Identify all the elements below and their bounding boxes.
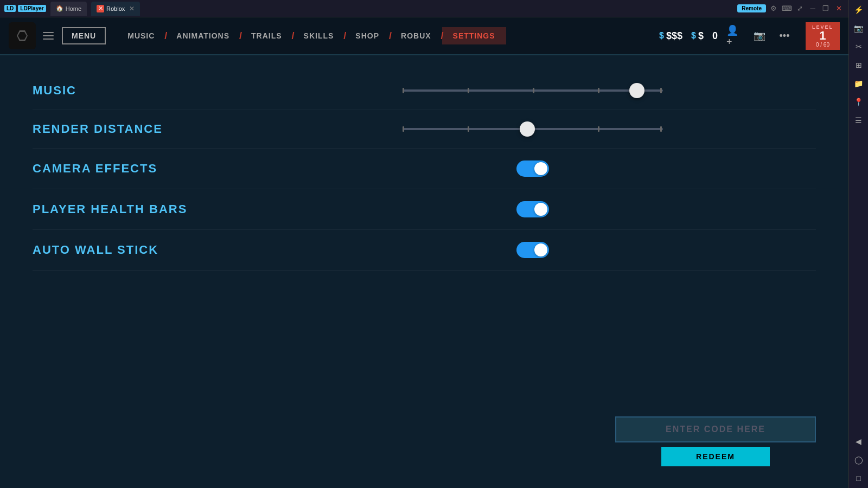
tab-robux[interactable]: ROBUX [390,27,442,44]
more-options-icon[interactable]: ••• [776,28,793,44]
setting-render-distance: RENDER DISTANCE [33,110,816,149]
music-slider-container [403,89,663,92]
redeem-area: REDEEM [615,416,816,466]
sidebar-location-icon[interactable]: 📍 [851,94,866,110]
level-xp: 0 / 60 [816,42,829,48]
sidebar-square-icon[interactable]: □ [851,471,866,486]
render-distance-control [250,128,816,130]
music-control [250,89,816,92]
camera-effects-label: CAMERA EFFECTS [33,162,250,176]
slider-tick-100 [660,88,662,93]
level-number: 1 [819,30,826,42]
ldplayer-sidebar: ⚡ 📷 ✂ ⊞ 📁 📍 ☰ ◀ ◯ □ [848,0,868,488]
setting-auto-wall-stick: AUTO WALL STICK [33,230,816,271]
music-slider-track [403,89,663,92]
hamburger-menu-icon[interactable] [40,28,56,44]
setting-player-health-bars: PLAYER HEALTH BARS [33,189,816,230]
sidebar-apps-icon[interactable]: ⊞ [851,57,866,73]
tab-settings[interactable]: SETTINGS [442,27,506,44]
tab-home-label: Home [66,5,81,12]
home-icon: 🏠 [56,5,63,12]
currency-area: $ $$$ $ $ 0 👤+ 📷 ••• LEVEL 1 0 / 60 [659,22,840,50]
slider-tick-100 [660,126,662,132]
game-area: MENU MUSIC ANIMATIONS TRAILS SKILLS SHOP… [0,17,848,488]
redeem-button[interactable]: REDEEM [661,447,770,466]
slider-tick-25 [468,126,469,132]
render-distance-slider-container [403,128,663,130]
player-health-bars-toggle[interactable] [516,201,549,217]
add-friend-icon[interactable]: 👤+ [726,28,743,44]
tab-home[interactable]: 🏠 Home [50,2,87,16]
sidebar-power-icon[interactable]: ⚡ [851,2,866,17]
expand-icon[interactable]: ⤢ [794,3,805,14]
tab-roblox-label: Roblox [106,5,125,12]
menu-line-3 [43,38,54,40]
currency-premium: $ $$$ [659,30,682,42]
ldplayer-icon: LD [4,5,16,12]
roblox-favicon: ✕ [97,5,104,12]
level-box: LEVEL 1 0 / 60 [806,22,840,50]
window-controls: Remote ⚙ ⌨ ⤢ ─ ❐ ✕ [737,3,844,14]
settings-content: MUSIC [0,55,848,287]
render-distance-label: RENDER DISTANCE [33,122,250,136]
sidebar-files-icon[interactable]: 📁 [851,76,866,91]
settings-icon[interactable]: ⚙ [768,3,779,14]
menu-line-2 [43,35,54,36]
tab-skills[interactable]: SKILLS [293,27,345,44]
player-health-bars-toggle-thumb [534,203,547,216]
camera-icon[interactable]: 📷 [751,28,768,44]
tab-close-button[interactable]: ✕ [129,5,135,12]
auto-wall-stick-toggle[interactable] [516,242,549,258]
sidebar-cut-icon[interactable]: ✂ [851,39,866,54]
render-distance-slider-track [403,128,663,130]
auto-wall-stick-label: AUTO WALL STICK [33,243,250,257]
setting-camera-effects: CAMERA EFFECTS [33,149,816,189]
player-health-bars-control [250,201,816,217]
premium-icon: $ [659,31,664,41]
sidebar-arrow-left-icon[interactable]: ◀ [851,434,866,449]
sidebar-circle-icon[interactable]: ◯ [851,452,866,467]
close-button[interactable]: ✕ [833,3,844,14]
slider-tick-0 [403,126,404,132]
camera-effects-toggle-thumb [534,162,547,175]
auto-wall-stick-control [250,242,816,258]
minimize-button[interactable]: ─ [807,3,818,14]
tab-suits[interactable]: MUSIC [117,27,165,44]
tab-shop[interactable]: SHOP [344,27,390,44]
coins-icon: $ [691,31,696,41]
currency-coins-value: $ [698,30,704,42]
slider-tick-25 [468,88,469,93]
restore-button[interactable]: ❐ [820,3,831,14]
code-input[interactable] [615,416,816,442]
slider-tick-50 [533,88,534,93]
tab-roblox[interactable]: ✕ Roblox ✕ [91,2,140,16]
remote-button[interactable]: Remote [737,4,766,12]
menu-line-1 [43,32,54,33]
tab-trails[interactable]: TRAILS [240,27,293,44]
ldplayer-logo: LD LDPlayer [4,5,46,12]
content-wrapper: MUSIC [0,55,848,488]
currency-premium-value: $$$ [666,30,682,42]
navigation-tabs: MUSIC ANIMATIONS TRAILS SKILLS SHOP ROBU… [117,27,506,44]
menu-button[interactable]: MENU [62,27,106,44]
title-bar: LD LDPlayer 🏠 Home ✕ Roblox ✕ Remote ⚙ ⌨… [0,0,848,17]
camera-effects-toggle[interactable] [516,160,549,177]
music-label: MUSIC [33,84,250,98]
sidebar-screenshot-icon[interactable]: 📷 [851,21,866,36]
music-slider-thumb[interactable] [629,83,644,98]
currency-extra: 0 [712,30,718,42]
currency-coins: $ $ [691,30,704,42]
player-health-bars-label: PLAYER HEALTH BARS [33,202,250,216]
slider-tick-75 [598,88,599,93]
ldplayer-label: LDPlayer [18,5,46,12]
game-logo [9,22,36,49]
setting-music: MUSIC [33,72,816,110]
camera-effects-control [250,160,816,177]
currency-extra-value: 0 [712,30,718,42]
auto-wall-stick-toggle-thumb [534,243,547,256]
keyboard-icon[interactable]: ⌨ [781,3,792,14]
sidebar-menu-icon[interactable]: ☰ [851,113,866,128]
render-distance-slider-thumb[interactable] [520,121,535,137]
tab-animations[interactable]: ANIMATIONS [165,27,240,44]
game-topbar: MENU MUSIC ANIMATIONS TRAILS SKILLS SHOP… [0,17,848,55]
